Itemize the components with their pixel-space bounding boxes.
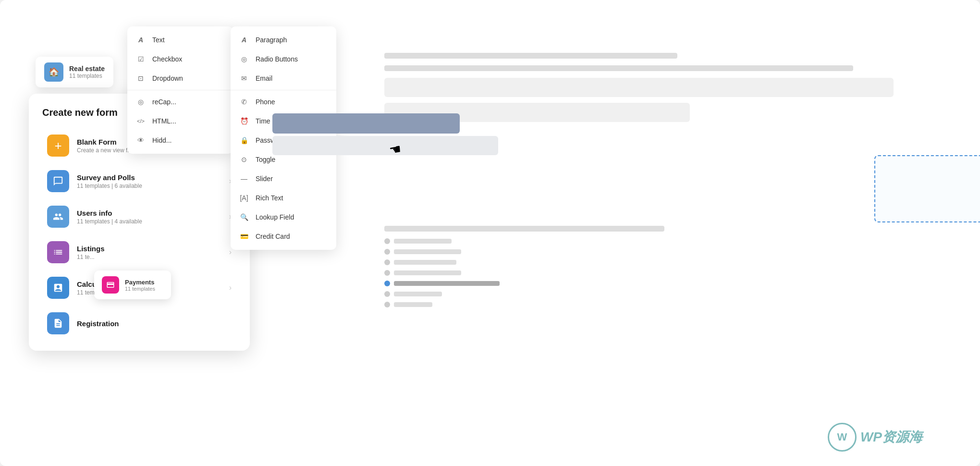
checkbox-icon: ☑ xyxy=(136,54,146,64)
divider-1 xyxy=(127,90,233,90)
survey-meta: 11 templates | 6 available xyxy=(77,183,142,189)
password-icon: 🔒 xyxy=(239,135,249,145)
radio-dot-3 xyxy=(384,259,390,265)
radio-item-1 xyxy=(384,238,894,244)
listings-icon xyxy=(47,241,69,263)
checkbox-label: Checkbox xyxy=(152,55,182,63)
dropdown-label: Dropdown xyxy=(152,74,183,82)
real-estate-title: Real estate xyxy=(69,65,105,73)
radio-line-7 xyxy=(394,302,432,307)
preview-input-1 xyxy=(384,78,894,97)
html-label: HTML... xyxy=(152,117,176,125)
radio-dot-1 xyxy=(384,238,390,244)
time-label: Time xyxy=(256,117,270,125)
radio-item-4 xyxy=(384,270,894,276)
listings-name: Listings xyxy=(77,245,105,253)
payments-text: Payments 11 templates xyxy=(125,279,155,292)
dropdown-item-phone[interactable]: ✆ Phone xyxy=(231,92,336,111)
radio-dot-4 xyxy=(384,270,390,276)
lookup-icon: 🔍 xyxy=(239,212,249,222)
dropdown-item-creditcard[interactable]: 💳 Credit Card xyxy=(231,227,336,246)
radio-line-4 xyxy=(394,270,461,275)
wp-watermark: W WP资源海 xyxy=(828,423,922,452)
users-name: Users info xyxy=(77,209,142,217)
dropdown-item-paragraph[interactable]: A Paragraph xyxy=(231,30,336,49)
dropdown-item-richtext[interactable]: [A] Rich Text xyxy=(231,188,336,208)
dropdown-icon: ⊡ xyxy=(136,74,146,83)
real-estate-subtitle: 11 templates xyxy=(69,73,105,79)
radio-line-3 xyxy=(394,260,456,265)
phone-icon: ✆ xyxy=(239,97,249,107)
wp-circle: W xyxy=(828,423,857,452)
radio-item-2 xyxy=(384,249,894,255)
payments-meta: 11 templates xyxy=(125,286,155,292)
phone-label: Phone xyxy=(256,98,275,106)
real-estate-card[interactable]: 🏠 Real estate 11 templates xyxy=(36,57,113,87)
dropdown-item-lookup[interactable]: 🔍 Lookup Field xyxy=(231,208,336,227)
real-estate-text: Real estate 11 templates xyxy=(69,65,105,79)
dropdown-item-slider[interactable]: — Slider xyxy=(231,169,336,188)
template-item-listings[interactable]: Listings 11 te... › xyxy=(34,234,245,270)
radio-line-active xyxy=(394,281,500,286)
template-item-survey[interactable]: Survey and Polls 11 templates | 6 availa… xyxy=(34,163,245,199)
toggle-label: Toggle xyxy=(256,156,275,163)
radio-item-6 xyxy=(384,291,894,297)
template-item-registration[interactable]: Registration xyxy=(34,306,245,341)
toggle-icon: ⊙ xyxy=(239,155,249,164)
email-icon: ✉ xyxy=(239,74,249,83)
email-label: Email xyxy=(256,74,272,82)
dropdown-item-text[interactable]: A Text xyxy=(127,30,233,49)
form-preview-area xyxy=(346,43,932,442)
dropdown-item-radio[interactable]: ◎ Radio Buttons xyxy=(231,49,336,69)
dropdown-item-checkbox[interactable]: ☑ Checkbox xyxy=(127,49,233,69)
survey-name: Survey and Polls xyxy=(77,173,142,182)
blue-button-overlay xyxy=(272,113,460,134)
richtext-icon: [A] xyxy=(239,193,249,203)
users-icon xyxy=(47,206,69,228)
radio-item-5 xyxy=(384,281,894,286)
slider-label: Slider xyxy=(256,175,273,183)
template-item-users[interactable]: Users info 11 templates | 4 available › xyxy=(34,199,245,234)
radio-dot-2 xyxy=(384,249,390,255)
gray-input-overlay xyxy=(272,136,498,155)
recaptcha-icon: ◎ xyxy=(136,97,146,107)
radio-line-2 xyxy=(394,249,461,254)
calculators-icon xyxy=(47,277,69,299)
dropdown-item-email[interactable]: ✉ Email xyxy=(231,69,336,88)
survey-info: Survey and Polls 11 templates | 6 availa… xyxy=(77,173,142,189)
radio-dot-active xyxy=(384,281,390,286)
real-estate-icon: 🏠 xyxy=(44,62,63,82)
hidden-icon: 👁 xyxy=(136,135,146,145)
richtext-label: Rich Text xyxy=(256,194,283,202)
dropdown-item-dropdown[interactable]: ⊡ Dropdown xyxy=(127,69,233,88)
creditcard-label: Credit Card xyxy=(256,233,290,240)
divider-2 xyxy=(231,90,336,90)
dropdown-item-html[interactable]: </> HTML... xyxy=(127,111,233,131)
time-icon: ⏰ xyxy=(239,116,249,126)
blank-form-icon: + xyxy=(47,135,69,157)
users-info-container: Users info 11 templates | 4 available xyxy=(77,209,142,225)
radio-item-3 xyxy=(384,259,894,265)
preview-bar-1 xyxy=(384,53,677,59)
creditcard-icon: 💳 xyxy=(239,232,249,241)
paragraph-label: Paragraph xyxy=(256,36,287,44)
left-dropdown-menu: A Text ☑ Checkbox ⊡ Dropdown ◎ reCap... … xyxy=(127,26,233,154)
radio-line-1 xyxy=(394,239,452,244)
wp-brand: WP资源海 xyxy=(860,428,922,446)
text-icon: A xyxy=(136,35,146,45)
dropdown-item-hidden[interactable]: 👁 Hidd... xyxy=(127,131,233,150)
listings-info: Listings 11 te... xyxy=(77,245,105,260)
radio-dot-7 xyxy=(384,302,390,307)
users-meta: 11 templates | 4 available xyxy=(77,218,142,225)
html-icon: </> xyxy=(136,116,146,126)
radio-icon: ◎ xyxy=(239,54,249,64)
payments-card[interactable]: Payments 11 templates xyxy=(94,270,171,299)
dropdown-item-recaptcha[interactable]: ◎ reCap... xyxy=(127,92,233,111)
registration-icon xyxy=(47,312,69,334)
preview-bar-2 xyxy=(384,65,853,71)
radio-group xyxy=(384,226,894,312)
preview-bar-3 xyxy=(384,226,664,232)
listings-arrow: › xyxy=(229,248,232,257)
slider-icon: — xyxy=(239,174,249,184)
recaptcha-label: reCap... xyxy=(152,98,176,106)
